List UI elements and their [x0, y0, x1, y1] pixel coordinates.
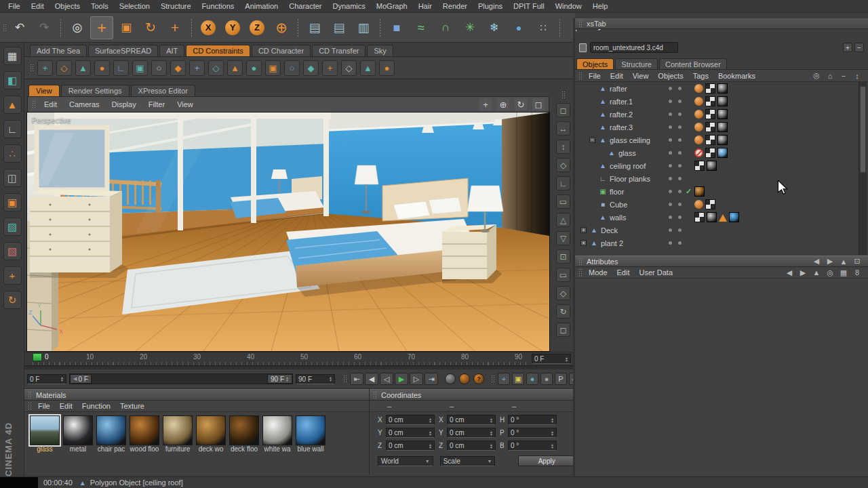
om-menu-drag-handle[interactable] — [578, 72, 583, 80]
add-spline-icon[interactable]: ≈ — [410, 16, 433, 39]
visibility-dots[interactable] — [669, 87, 682, 90]
coord-stepper[interactable]: ▲▼ — [429, 430, 432, 436]
palette-icon-2[interactable]: ↔ — [556, 121, 570, 136]
cd-tool-icon-16[interactable]: + — [322, 60, 338, 76]
menu-functions[interactable]: Functions — [197, 0, 240, 13]
goto-end-button[interactable]: ⇥ — [425, 373, 438, 385]
toggle-view-icon[interactable]: ◻ — [532, 98, 545, 110]
checker-tag-icon[interactable] — [705, 122, 715, 132]
end-frame-field[interactable]: 90 F ▲▼ — [296, 374, 335, 384]
view-tab-render-settings[interactable]: Render Settings — [61, 85, 130, 96]
count-icon[interactable]: 8 — [852, 268, 862, 277]
material-metal[interactable]: metal — [63, 415, 93, 454]
blue-sphere-tag-icon[interactable] — [729, 212, 739, 222]
collapse-icon[interactable]: − — [839, 71, 848, 81]
parent-up-icon[interactable]: ▲ — [839, 257, 848, 266]
palette-icon-12[interactable]: ↻ — [556, 304, 570, 319]
side-palette-drag-handle[interactable] — [561, 91, 566, 99]
material-thumbnail[interactable] — [196, 415, 226, 445]
material-thumbnail[interactable] — [163, 415, 193, 445]
sphere-tag-icon[interactable] — [707, 212, 717, 222]
material-deck-wo[interactable]: deck wo — [196, 415, 226, 454]
viewport-menu-edit[interactable]: Edit — [39, 100, 62, 108]
transport-drag-handle[interactable] — [343, 375, 347, 383]
frame-stepper[interactable]: ▲▼ — [565, 357, 568, 362]
menu-window[interactable]: Window — [550, 0, 587, 13]
coord-header-2[interactable]: – — [494, 402, 557, 410]
lock-panel-icon[interactable]: ⊡ — [852, 257, 862, 266]
coordinate-mode-select[interactable]: Scale▼ — [440, 456, 496, 466]
wood-sphere-tag-icon[interactable] — [694, 186, 705, 197]
coord-stepper[interactable]: ▲▼ — [490, 443, 493, 449]
forward-icon[interactable]: ▶ — [798, 268, 808, 277]
plugin-tab-surfacespread[interactable]: SurfaceSPREAD — [88, 45, 158, 56]
palette-icon-6[interactable]: ▭ — [556, 195, 570, 209]
checker-tag-icon[interactable] — [694, 212, 705, 222]
materials-menu-function[interactable]: Function — [77, 402, 115, 410]
cd-tool-icon-14[interactable]: ○ — [284, 60, 300, 76]
zoom-view-icon[interactable]: ⊕ — [497, 98, 509, 110]
plugin-tab-ait[interactable]: AIT — [159, 45, 184, 56]
material-wood-floo[interactable]: wood floo — [130, 415, 159, 454]
lock-z-axis-icon[interactable]: Z — [245, 16, 269, 39]
document-selector[interactable]: room_untextured 3.c4d — [590, 42, 678, 53]
material-thumbnail[interactable] — [229, 415, 259, 445]
attributes-menu-edit[interactable]: Edit — [612, 268, 635, 277]
palette-icon-5[interactable]: ∟ — [556, 176, 570, 190]
tree-item-rafter-1[interactable]: ▲rafter.1 — [575, 95, 859, 108]
material-thumbnail[interactable] — [63, 415, 93, 445]
sphere-tag-icon[interactable] — [717, 83, 728, 94]
search-icon[interactable]: ◎ — [812, 71, 821, 81]
visibility-dots[interactable] — [669, 203, 682, 206]
play-button[interactable]: ▶ — [395, 373, 408, 385]
material-thumbnail[interactable] — [96, 415, 126, 445]
material-deck-floo[interactable]: deck floo — [229, 415, 259, 454]
history-back-icon[interactable]: ◀ — [812, 257, 821, 266]
material-furniture[interactable]: furniture — [163, 415, 193, 454]
rotate-tool-icon[interactable]: ↻ — [139, 16, 162, 39]
tree-item-glass-ceiling[interactable]: −▲glass ceiling — [575, 134, 859, 146]
palette-icon-11[interactable]: ◇ — [556, 286, 570, 300]
last-tool-icon[interactable]: + — [163, 16, 186, 39]
points-mode-icon[interactable]: ∴ — [3, 144, 22, 163]
material-chair-pac[interactable]: chair pac — [96, 415, 126, 454]
menu-structure[interactable]: Structure — [155, 0, 197, 13]
coord-stepper[interactable]: ▲▼ — [490, 430, 493, 436]
rotate-view-icon[interactable]: ↻ — [515, 98, 527, 110]
sphere-tag-icon[interactable] — [707, 161, 717, 171]
coord-header-0[interactable]: – — [370, 402, 432, 410]
om-menu-tags[interactable]: Tags — [688, 72, 713, 80]
material-thumbnail[interactable] — [262, 415, 292, 445]
orange-ball-tag-icon[interactable] — [694, 110, 703, 119]
visibility-dots[interactable] — [669, 241, 682, 245]
coord-header-1[interactable]: – — [432, 402, 494, 410]
cd-tool-icon-11[interactable]: ▲ — [227, 60, 243, 76]
expand-minus-icon[interactable]: − — [589, 137, 595, 143]
view-tab-xpresso-editor[interactable]: XPresso Editor — [131, 85, 195, 96]
history-forward-icon[interactable]: ▶ — [825, 257, 835, 266]
record-parameter-icon[interactable]: ● — [540, 373, 553, 385]
lock-y-axis-icon[interactable]: Y — [221, 16, 244, 39]
materials-drag-handle[interactable] — [28, 391, 32, 399]
tree-item-rafter-3[interactable]: ▲rafter.3 — [575, 121, 859, 134]
timeline-ruler[interactable]: 0102030405060708090 0 F ▲▼ — [24, 352, 575, 369]
warning-tag-icon[interactable] — [719, 214, 727, 222]
attributes-drag-handle[interactable] — [578, 258, 583, 266]
om-menu-edit[interactable]: Edit — [606, 72, 628, 80]
viewport-menu-display[interactable]: Display — [106, 100, 142, 108]
visibility-dots[interactable] — [669, 177, 682, 180]
tree-item-ceiling-roof[interactable]: ▲ceiling roof — [575, 159, 859, 172]
orange-ball-tag-icon[interactable] — [694, 97, 703, 106]
sphere-tag-icon[interactable] — [717, 135, 728, 145]
checker-tag-icon[interactable] — [705, 148, 715, 158]
palette-icon-9[interactable]: ⊡ — [556, 249, 570, 264]
om-menu-view[interactable]: View — [628, 72, 654, 80]
record-position-icon[interactable]: + — [498, 373, 510, 385]
up-icon[interactable]: ▲ — [812, 268, 821, 277]
menu-dpit-full[interactable]: DPIT Full — [508, 0, 550, 13]
current-frame-field[interactable]: 0 F ▲▼ — [27, 374, 66, 384]
keyframe-selection-button[interactable]: ? — [473, 373, 484, 384]
add-deformer-icon[interactable]: ❄ — [483, 16, 506, 39]
previous-key-button[interactable]: ◀ — [365, 373, 378, 385]
tree-item-rafter[interactable]: ▲rafter — [575, 82, 859, 95]
